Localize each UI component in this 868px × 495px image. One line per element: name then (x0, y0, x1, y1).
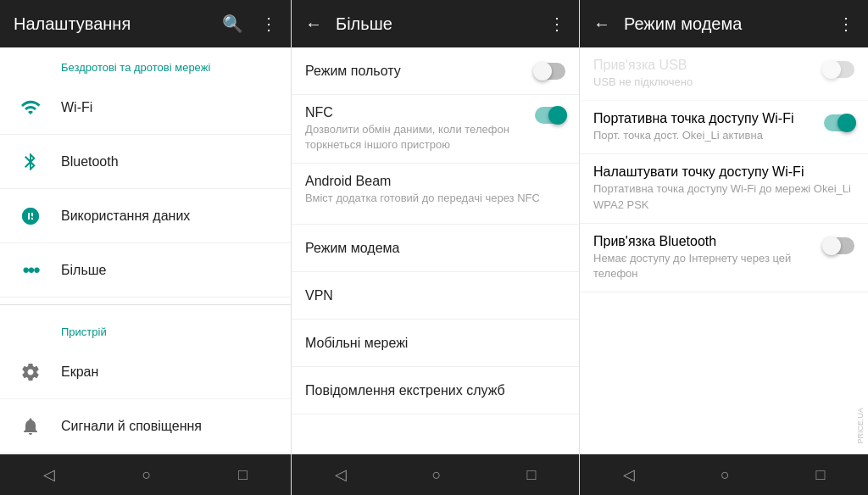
left-content: Бездротові та дротові мережі Wi-Fi Bluet… (0, 47, 291, 454)
right-panel: ← Режим модема ⋮ Прив'язка USB USB не пі… (580, 0, 868, 495)
wifi-icon (14, 91, 47, 125)
flight-mode-item[interactable]: Режим польоту (292, 47, 579, 95)
configure-hotspot-text: Налаштувати точку доступу Wi-Fi Портатив… (593, 164, 854, 212)
android-beam-label: Android Beam (305, 174, 565, 189)
bt-tethering-label: Прив'язка Bluetooth (593, 234, 817, 249)
nfc-subtitle: Дозволити обмін даними, коли телефон тор… (305, 122, 528, 153)
bt-tethering-toggle[interactable] (824, 237, 854, 254)
right-back-icon[interactable]: ← (593, 14, 610, 34)
usb-tethering-label: Прив'язка USB (593, 58, 817, 73)
middle-more-icon[interactable]: ⋮ (548, 14, 565, 34)
tethering-text: Режим модема (305, 241, 565, 256)
sidebar-item-more[interactable]: ••• Більше (0, 243, 291, 298)
bt-tethering-text: Прив'язка Bluetooth Немає доступу до Інт… (593, 234, 817, 281)
sound-icon (14, 409, 47, 443)
screen-item-text: Екран (61, 364, 277, 380)
emergency-label: Повідомлення екстрених служб (305, 383, 565, 398)
vpn-label: VPN (305, 288, 565, 303)
flight-mode-text: Режим польоту (305, 64, 528, 79)
bt-tethering-thumb (822, 236, 841, 255)
wifi-hotspot-subtitle: Порт. точка дост. Okei_Li активна (593, 128, 817, 143)
sidebar-item-screen[interactable]: Екран (0, 345, 291, 399)
flight-mode-label: Режим польоту (305, 64, 528, 79)
mobile-networks-text: Мобільні мережі (305, 336, 565, 351)
android-beam-item[interactable]: Android Beam Вміст додатка готовий до пе… (292, 164, 579, 225)
emergency-item[interactable]: Повідомлення екстрених служб (292, 367, 579, 414)
more-icon: ••• (14, 253, 47, 287)
wifi-hotspot-item[interactable]: Портативна точка доступу Wi-Fi Порт. точ… (580, 101, 868, 154)
nfc-toggle[interactable] (535, 107, 565, 124)
sidebar-item-data-usage[interactable]: Використання даних (0, 189, 291, 243)
middle-panel: ← Більше ⋮ Режим польоту NFC Дозволити о… (292, 0, 580, 495)
left-topbar: Налаштування 🔍 ⋮ (0, 0, 291, 47)
sidebar-item-bluetooth[interactable]: Bluetooth (0, 135, 291, 189)
section-wireless-header: Бездротові та дротові мережі (0, 47, 291, 81)
left-title: Налаштування (14, 14, 222, 34)
usb-tethering-toggle (824, 61, 854, 78)
middle-home-button[interactable]: ○ (412, 459, 462, 491)
right-back-button[interactable]: ◁ (603, 459, 655, 491)
data-usage-text: Використання даних (61, 209, 277, 224)
flight-mode-thumb (533, 62, 552, 81)
middle-topbar: ← Більше ⋮ (292, 0, 579, 47)
configure-hotspot-subtitle: Портативна точка доступу Wi-Fi до мережі… (593, 181, 854, 212)
wifi-hotspot-toggle[interactable] (824, 114, 854, 131)
nfc-label: NFC (305, 105, 528, 120)
left-navbar: ◁ ○ □ (0, 454, 291, 495)
wifi-hotspot-text: Портативна точка доступу Wi-Fi Порт. точ… (593, 111, 817, 143)
middle-recent-button[interactable]: □ (507, 459, 557, 491)
sound-label: Сигнали й сповіщення (61, 419, 277, 434)
data-usage-icon (14, 199, 47, 233)
wifi-hotspot-thumb (837, 114, 856, 132)
right-more-icon[interactable]: ⋮ (837, 14, 854, 34)
middle-navbar: ◁ ○ □ (292, 454, 579, 495)
left-home-button[interactable]: ○ (122, 459, 172, 491)
middle-content: Режим польоту NFC Дозволити обмін даними… (292, 47, 579, 454)
configure-hotspot-label: Налаштувати точку доступу Wi-Fi (593, 164, 854, 180)
left-recent-button[interactable]: □ (218, 459, 268, 491)
right-recent-button[interactable]: □ (795, 459, 845, 491)
right-title: Режим модема (624, 14, 837, 34)
section-device-header: Пристрій (0, 312, 291, 345)
middle-back-icon[interactable]: ← (305, 14, 322, 34)
sound-item-text: Сигнали й сповіщення (61, 419, 277, 434)
more-item-text: Більше (61, 263, 277, 278)
data-usage-label: Використання даних (61, 209, 277, 224)
middle-title: Більше (336, 14, 548, 34)
middle-back-button[interactable]: ◁ (314, 459, 367, 491)
nfc-thumb (548, 106, 567, 125)
watermark: PRICE.UA (856, 408, 865, 444)
flight-mode-toggle[interactable] (535, 63, 565, 80)
screen-icon (14, 355, 47, 389)
tethering-item[interactable]: Режим модема (292, 225, 579, 272)
bluetooth-icon (14, 145, 47, 179)
wifi-item-text: Wi-Fi (61, 100, 277, 115)
configure-hotspot-item[interactable]: Налаштувати точку доступу Wi-Fi Портатив… (580, 154, 868, 223)
search-icon[interactable]: 🔍 (222, 14, 243, 34)
more-options-icon[interactable]: ⋮ (260, 14, 277, 34)
usb-tethering-subtitle: USB не підключено (593, 75, 817, 90)
left-back-button[interactable]: ◁ (23, 459, 75, 491)
sidebar-item-wifi[interactable]: Wi-Fi (0, 81, 291, 135)
mobile-networks-item[interactable]: Мобільні мережі (292, 320, 579, 367)
usb-tethering-item[interactable]: Прив'язка USB USB не підключено (580, 47, 868, 101)
android-beam-subtitle: Вміст додатка готовий до передачі через … (305, 191, 565, 206)
wifi-hotspot-label: Портативна точка доступу Wi-Fi (593, 111, 817, 126)
wifi-label: Wi-Fi (61, 100, 277, 115)
more-label: Більше (61, 263, 277, 278)
bt-tethering-item[interactable]: Прив'язка Bluetooth Немає доступу до Інт… (580, 224, 868, 292)
bt-tethering-subtitle: Немає доступу до Інтернету через цей тел… (593, 251, 817, 281)
usb-tethering-thumb (822, 60, 841, 79)
section-divider (0, 304, 291, 305)
right-topbar: ← Режим модема ⋮ (580, 0, 868, 47)
vpn-text: VPN (305, 288, 565, 303)
screen-label: Екран (61, 364, 277, 380)
sidebar-item-sound[interactable]: Сигнали й сповіщення (0, 399, 291, 453)
emergency-text: Повідомлення екстрених служб (305, 383, 565, 398)
nfc-text: NFC Дозволити обмін даними, коли телефон… (305, 105, 528, 153)
right-home-button[interactable]: ○ (700, 459, 750, 491)
nfc-item[interactable]: NFC Дозволити обмін даними, коли телефон… (292, 95, 579, 164)
bluetooth-item-text: Bluetooth (61, 154, 277, 170)
mobile-networks-label: Мобільні мережі (305, 336, 565, 351)
vpn-item[interactable]: VPN (292, 272, 579, 320)
